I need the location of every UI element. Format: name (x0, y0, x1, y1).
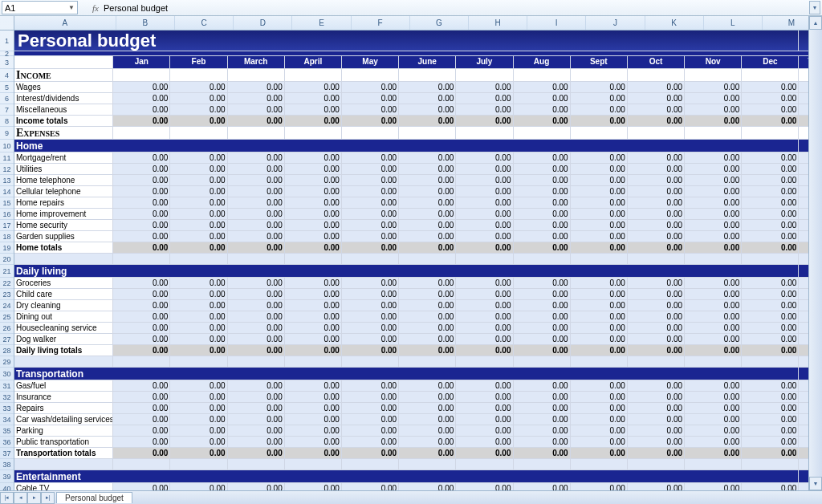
cell[interactable]: 0.00 (571, 437, 628, 448)
cell[interactable]: 0.00 (285, 345, 342, 356)
cell[interactable]: 0.00 (170, 209, 227, 220)
cell[interactable]: 0.00 (742, 403, 799, 414)
cell[interactable]: 0.00 (113, 116, 170, 127)
column-header-D[interactable]: D (234, 16, 292, 30)
cell[interactable]: 0.00 (113, 164, 170, 175)
cell[interactable]: 0.00 (285, 152, 342, 164)
cell[interactable]: 0.00 (514, 186, 571, 197)
row-header[interactable]: 6 (0, 93, 14, 104)
cell[interactable]: 0.00 (571, 425, 628, 437)
cell[interactable] (514, 254, 571, 265)
cell[interactable]: 0.00 (228, 289, 285, 300)
cell[interactable]: 0.00 (170, 334, 227, 345)
cell[interactable]: May (342, 56, 399, 69)
cell[interactable]: 0.00 (342, 209, 399, 220)
cell[interactable]: 0.00 (228, 82, 285, 93)
cell[interactable]: 0.00 (285, 403, 342, 414)
cell[interactable]: 0.00 (571, 311, 628, 323)
cell[interactable]: 0.00 (514, 311, 571, 323)
cell[interactable]: 0.00 (399, 403, 456, 414)
scroll-track[interactable] (809, 30, 822, 477)
cell[interactable] (113, 69, 170, 82)
cell[interactable]: 0.00 (685, 242, 742, 254)
cell[interactable]: 0.00 (628, 152, 685, 164)
cell[interactable]: 0.00 (628, 186, 685, 197)
cell[interactable]: 0.00 (742, 311, 799, 323)
row-header[interactable]: 23 (0, 289, 14, 300)
cell[interactable]: 0.00 (113, 175, 170, 186)
cell[interactable]: Home security (14, 220, 113, 231)
cell[interactable]: Income (14, 69, 113, 82)
cell[interactable]: July (456, 56, 513, 69)
cell[interactable]: 0.00 (456, 231, 513, 242)
cell[interactable]: 0.00 (628, 414, 685, 425)
cell[interactable]: 0.00 (685, 392, 742, 403)
cell[interactable]: 0.00 (456, 220, 513, 231)
cell[interactable]: 0.00 (399, 164, 456, 175)
cell[interactable]: 0.00 (285, 414, 342, 425)
cell[interactable]: 0.00 (285, 93, 342, 104)
cell[interactable]: 0.00 (514, 345, 571, 356)
cell[interactable]: 0.00 (228, 93, 285, 104)
cell[interactable]: Insurance (14, 392, 113, 403)
cell[interactable]: 0.00 (399, 209, 456, 220)
cell[interactable]: 0.00 (170, 152, 227, 164)
cell[interactable] (399, 127, 456, 140)
cell[interactable] (14, 254, 113, 265)
cell[interactable] (456, 459, 513, 470)
cell[interactable]: 0.00 (628, 311, 685, 323)
cell[interactable] (170, 356, 227, 368)
cell[interactable]: 0.00 (514, 209, 571, 220)
cell[interactable]: 0.00 (228, 175, 285, 186)
cell[interactable]: Utilities (14, 164, 113, 175)
cell[interactable]: 0.00 (228, 448, 285, 459)
cell[interactable] (571, 127, 628, 140)
cell[interactable]: 0.00 (113, 311, 170, 323)
cell[interactable] (113, 356, 170, 368)
cell[interactable] (228, 69, 285, 82)
cell[interactable]: 0.00 (685, 403, 742, 414)
cell[interactable] (399, 254, 456, 265)
cell[interactable]: 0.00 (113, 323, 170, 334)
cell[interactable]: 0.00 (742, 116, 799, 127)
cell[interactable]: 0.00 (628, 220, 685, 231)
cell[interactable] (399, 69, 456, 82)
cell[interactable]: 0.00 (742, 220, 799, 231)
cell[interactable]: 0.00 (456, 116, 513, 127)
scroll-down-icon[interactable]: ▼ (809, 477, 822, 490)
cell[interactable]: Home totals (14, 242, 113, 254)
cell[interactable]: 0.00 (628, 242, 685, 254)
cell[interactable]: 0.00 (228, 220, 285, 231)
cell[interactable]: 0.00 (342, 82, 399, 93)
cell[interactable]: 0.00 (456, 311, 513, 323)
cell[interactable] (685, 69, 742, 82)
column-header-B[interactable]: B (116, 16, 175, 30)
cell[interactable]: 0.00 (571, 414, 628, 425)
cell[interactable]: 0.00 (514, 116, 571, 127)
cell[interactable]: 0.00 (742, 82, 799, 93)
cell[interactable]: 0.00 (628, 392, 685, 403)
cell[interactable]: 0.00 (514, 82, 571, 93)
cell[interactable]: Jan (113, 56, 170, 69)
cell[interactable]: 0.00 (285, 334, 342, 345)
row-header[interactable]: 10 (0, 140, 14, 152)
cell[interactable]: 0.00 (456, 300, 513, 311)
cell[interactable]: 0.00 (571, 209, 628, 220)
cell[interactable]: 0.00 (285, 82, 342, 93)
cell[interactable]: 0.00 (342, 345, 399, 356)
row-header[interactable]: 14 (0, 186, 14, 197)
cell[interactable]: 0.00 (113, 104, 170, 116)
cell[interactable]: 0.00 (628, 437, 685, 448)
cell[interactable]: 0.00 (685, 345, 742, 356)
cell[interactable]: 0.00 (456, 289, 513, 300)
cell[interactable]: 0.00 (514, 164, 571, 175)
cell[interactable]: Transportation totals (14, 448, 113, 459)
cell[interactable]: 0.00 (571, 345, 628, 356)
cell[interactable]: 0.00 (170, 380, 227, 392)
cell[interactable]: 0.00 (228, 414, 285, 425)
cell[interactable]: 0.00 (685, 175, 742, 186)
cell[interactable]: 0.00 (113, 289, 170, 300)
column-header-L[interactable]: L (704, 16, 763, 30)
cell[interactable]: 0.00 (228, 311, 285, 323)
cell[interactable]: 0.00 (113, 300, 170, 311)
